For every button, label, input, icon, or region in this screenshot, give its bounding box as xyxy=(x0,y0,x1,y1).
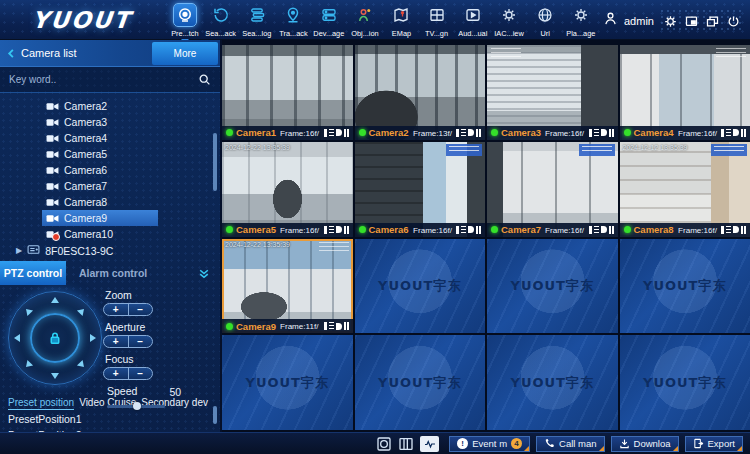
video-tile-camera8[interactable]: 2024-12-12 13:35:39 Camera8 Frame:16f/ xyxy=(620,142,750,237)
toolbar-item-object-detection[interactable]: Obj...ion xyxy=(347,1,383,38)
ptz-down-arrow[interactable] xyxy=(51,373,59,379)
toolbar-item-audio-visual[interactable]: Aud...ual xyxy=(455,1,491,38)
focus-plus-button[interactable]: + xyxy=(104,368,128,379)
camera-list-item[interactable]: Camera2 xyxy=(0,98,220,114)
camera-list-item-selected[interactable]: Camera9 xyxy=(0,210,220,226)
toolbar-item-url[interactable]: Url xyxy=(527,1,563,38)
device-tree-node[interactable]: ▶ 8F0ESC13-9C xyxy=(0,242,220,259)
ptz-up-arrow[interactable] xyxy=(51,297,59,303)
toolbar-item-plan-manage[interactable]: Pla...age xyxy=(563,1,599,38)
video-tile-camera5[interactable]: 2024-12-22 13:35:39 Camera5 Frame:16f/ xyxy=(222,142,353,237)
tab-ptz-control[interactable]: PTZ control xyxy=(0,261,66,285)
video-tile-camera2[interactable]: Camera2 Frame:13f/ xyxy=(355,45,486,140)
camera-list-item[interactable]: Camera8 xyxy=(0,194,220,210)
zoom-minus-button[interactable]: − xyxy=(128,304,153,315)
tab-preset-position[interactable]: Preset position xyxy=(8,397,74,410)
search-icon[interactable] xyxy=(198,73,211,86)
toolbar-item-emap[interactable]: EMap xyxy=(383,1,419,38)
camera-list-item[interactable]: Camera4 xyxy=(0,130,220,146)
empty-tile[interactable]: YUOUT宇东 xyxy=(487,335,618,430)
video-tile-camera3[interactable]: Camera3 Frame:16f/ xyxy=(487,45,618,140)
bottom-icon-group xyxy=(376,436,439,452)
ptz-left-arrow[interactable] xyxy=(14,334,20,342)
video-tile-camera9-selected[interactable]: 2024-12-22 13:35:39 Camera9 Frame:11f/ xyxy=(222,239,353,334)
toolbar-item-iac-view[interactable]: IAC...iew xyxy=(491,1,527,38)
tile-frame-rate: Frame:16f/ xyxy=(413,225,452,235)
empty-tile[interactable]: YUOUT宇东 xyxy=(620,335,750,430)
ptz-lock-button[interactable] xyxy=(30,313,80,363)
minimize-tray-icon[interactable] xyxy=(684,14,699,29)
empty-tile[interactable]: YUOUT宇东 xyxy=(355,335,486,430)
back-chevron-icon[interactable] xyxy=(6,48,17,59)
ptz-direction-pad[interactable] xyxy=(8,291,102,385)
aperture-plus-button[interactable]: + xyxy=(104,336,128,347)
camera-icon xyxy=(46,181,59,192)
event-message-button[interactable]: Event m 4 xyxy=(449,436,530,452)
video-tile-camera4[interactable]: Camera4 Frame:16f/ xyxy=(620,45,750,140)
toolbar-label: Aud...ual xyxy=(458,29,487,37)
camera-list-item[interactable]: Camera6 xyxy=(0,162,220,178)
restore-window-icon[interactable] xyxy=(705,14,720,29)
call-manager-button[interactable]: Call man xyxy=(536,436,605,452)
collapse-chevron-icon[interactable] xyxy=(197,267,211,280)
camera-list-item[interactable]: Camera7 xyxy=(0,178,220,194)
zoom-label: Zoom xyxy=(105,289,215,301)
expand-arrow-icon[interactable]: ▶ xyxy=(16,246,22,255)
stream-status-icons xyxy=(589,129,614,137)
ptz-downright-arrow[interactable] xyxy=(77,360,87,370)
preset-item[interactable]: PresetPosition1 xyxy=(0,411,220,427)
toolbar-item-track[interactable]: Tra...ack xyxy=(275,1,311,38)
osd-timestamp: 2024-12-22 13:35:39 xyxy=(225,241,290,248)
camera-list-item[interactable]: Camera3 xyxy=(0,114,220,130)
settings-gear-icon[interactable] xyxy=(663,14,678,29)
ptz-downleft-arrow[interactable] xyxy=(23,360,33,370)
search-input[interactable] xyxy=(9,74,198,85)
osd-id-overlay xyxy=(579,144,615,156)
video-tile-camera6[interactable]: Camera6 Frame:16f/ xyxy=(355,142,486,237)
tile-frame-rate: Frame:16f/ xyxy=(545,225,584,235)
camera-icon xyxy=(46,117,59,128)
video-tile-camera7[interactable]: Camera7 Frame:16f/ xyxy=(487,142,618,237)
emap-icon xyxy=(389,3,413,27)
download-button[interactable]: Downloa xyxy=(611,436,679,452)
video-tile-camera1[interactable]: Camera1 Frame:16f/ xyxy=(222,45,353,140)
empty-tile[interactable]: YUOUT宇东 xyxy=(620,239,750,334)
zoom-plus-button[interactable]: + xyxy=(104,304,128,315)
focus-label: Focus xyxy=(105,353,215,365)
camera-list-scrollbar[interactable] xyxy=(213,133,217,191)
preset-list-scrollbar[interactable] xyxy=(213,406,217,424)
user-menu[interactable]: admin xyxy=(602,10,654,31)
tile-frame-rate: Frame:16f/ xyxy=(678,225,717,235)
more-button[interactable]: More xyxy=(152,42,218,65)
toolbar-item-device-manage[interactable]: Dev...age xyxy=(311,1,347,38)
empty-tile[interactable]: YUOUT宇东 xyxy=(222,335,353,430)
toolbar-item-search-playback[interactable]: Sea...ack xyxy=(203,1,239,38)
screen-layout-icon[interactable] xyxy=(398,436,414,452)
toolbar-item-tv-wall[interactable]: TV...gn xyxy=(419,1,455,38)
speed-slider[interactable] xyxy=(107,405,165,408)
tile-camera-name: Camera2 xyxy=(369,127,409,138)
camera-icon xyxy=(46,165,59,176)
toolbar-item-preview[interactable]: Pre...tch xyxy=(167,1,203,38)
osd-device-id xyxy=(716,48,746,57)
empty-tile[interactable]: YUOUT宇东 xyxy=(355,239,486,334)
health-monitor-icon[interactable] xyxy=(420,436,439,452)
camera-name: Camera4 xyxy=(64,132,107,144)
focus-minus-button[interactable]: − xyxy=(128,368,153,379)
stop-all-icon[interactable] xyxy=(376,436,392,452)
camera-list-item[interactable]: Camera10 xyxy=(0,226,220,242)
power-icon[interactable] xyxy=(726,14,741,29)
log-icon xyxy=(245,3,269,27)
tile-titlebar: Camera2 Frame:13f/ xyxy=(355,126,486,140)
watermark-logo: YUOUT宇东 xyxy=(246,374,329,392)
empty-tile[interactable]: YUOUT宇东 xyxy=(487,239,618,334)
ptz-right-arrow[interactable] xyxy=(90,334,96,342)
export-button[interactable]: Export xyxy=(685,436,743,452)
ptz-upright-arrow[interactable] xyxy=(77,306,87,316)
username: admin xyxy=(624,15,654,27)
toolbar-item-search-log[interactable]: Sea...log xyxy=(239,1,275,38)
camera-list-item[interactable]: Camera5 xyxy=(0,146,220,162)
ptz-upleft-arrow[interactable] xyxy=(23,306,33,316)
tab-alarm-control[interactable]: Alarm control xyxy=(79,267,147,279)
aperture-minus-button[interactable]: − xyxy=(128,336,153,347)
